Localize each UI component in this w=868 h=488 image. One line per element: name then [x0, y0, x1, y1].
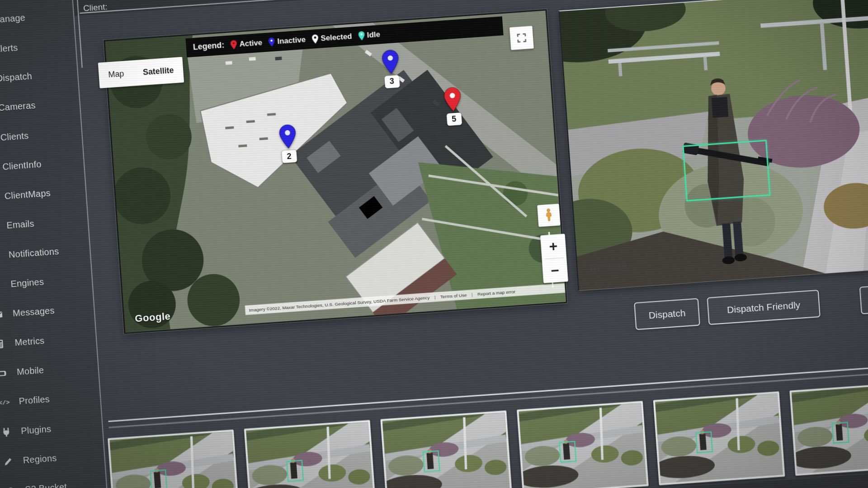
camera-pin-2[interactable]: 2 — [278, 124, 298, 163]
sidebar-item-label: Dispatch — [0, 71, 33, 84]
sidebar-item-label: Metrics — [14, 336, 45, 348]
dispatch-button[interactable]: Dispatch — [634, 298, 700, 330]
thumbnail-detection-box — [559, 441, 576, 463]
pin-number-label: 3 — [384, 75, 400, 89]
detection-thumbnail[interactable] — [653, 391, 785, 485]
camera-pin-5[interactable]: 5 — [443, 86, 463, 126]
sidebar: Manage Alerts Dispatch Cameras Clients i… — [0, 0, 112, 488]
zoom-in-button[interactable]: + — [540, 234, 566, 259]
sidebar-item-label: Plugins — [21, 424, 52, 436]
sidebar-item-label: S3 Bucket — [25, 482, 67, 488]
detection-filmstrip — [108, 369, 868, 488]
sidebar-item-label: Regions — [23, 453, 57, 465]
code-icon: </> — [0, 397, 10, 409]
calculator-icon — [0, 338, 6, 350]
blue-pin-icon — [381, 49, 400, 75]
inactive-pin-icon — [268, 37, 275, 47]
tilted-screen-wrapper: Manage Alerts Dispatch Cameras Clients i… — [0, 0, 868, 488]
idle-pin-icon — [358, 31, 365, 41]
camera-feed-panel: RP 2019 — [558, 0, 868, 291]
pin-number-label: 2 — [281, 150, 297, 163]
detection-thumbnail[interactable] — [789, 382, 868, 476]
report-map-error-link[interactable]: Report a map error — [477, 289, 516, 296]
legend-label: Selected — [321, 32, 352, 43]
layers-icon — [0, 279, 2, 291]
thumbnail-detection-box — [150, 469, 167, 488]
content-left-border — [77, 0, 83, 68]
pencil-icon — [2, 455, 14, 468]
detection-thumbnail[interactable] — [380, 410, 512, 488]
thumbnail-bush — [757, 440, 780, 457]
sidebar-item-label: Engines — [10, 277, 44, 290]
sidebar-item-label: Profiles — [19, 394, 50, 407]
legend-item-idle: Idle — [358, 30, 380, 41]
red-pin-icon — [443, 86, 462, 112]
terms-of-use-link[interactable]: Terms of Use — [440, 292, 467, 300]
legend-label: Idle — [367, 30, 380, 40]
sidebar-item-label: ClientInfo — [2, 159, 42, 172]
map-panel[interactable]: Map Satellite Legend: Active Inactive Se… — [104, 9, 567, 334]
fullscreen-icon — [516, 33, 528, 44]
thumbnail-detection-box — [286, 460, 304, 482]
legend-label: Active — [239, 38, 263, 48]
legend-title: Legend: — [193, 41, 225, 52]
thumbnail-bush — [212, 478, 235, 488]
blue-pin-icon — [278, 124, 297, 150]
pin-number-label: 5 — [446, 113, 462, 126]
sidebar-item-label: Cameras — [0, 100, 36, 113]
selected-pin-icon — [311, 34, 319, 44]
envelope-icon — [0, 309, 4, 321]
sidebar-item-label: Manage — [0, 13, 26, 25]
map-fullscreen-button[interactable] — [509, 26, 534, 50]
thumbnail-detection-box — [695, 432, 713, 454]
map-type-map-button[interactable]: Map — [99, 68, 134, 80]
dispatch-friendly-button[interactable]: Dispatch Friendly — [707, 290, 820, 325]
zoom-out-button[interactable]: − — [542, 258, 568, 283]
plug-icon — [0, 426, 12, 438]
thumbnail-detection-box — [832, 422, 849, 444]
legend-item-inactive: Inactive — [268, 35, 306, 47]
header-divider — [80, 0, 473, 14]
sidebar-item-label: Clients — [0, 131, 29, 143]
sidebar-item-label: Notifications — [8, 246, 59, 260]
camera-pin-3[interactable]: 3 — [381, 49, 401, 88]
legend-label: Inactive — [277, 35, 306, 46]
app-window: Manage Alerts Dispatch Cameras Clients i… — [0, 0, 868, 488]
sidebar-item-label: Mobile — [16, 365, 44, 377]
thumbnail-mulch — [789, 445, 852, 471]
street-view-pegman-button[interactable] — [537, 204, 561, 227]
detection-thumbnail[interactable] — [517, 401, 649, 488]
thumbnail-mulch — [653, 454, 716, 480]
mobile-phone-icon — [0, 367, 8, 380]
pegman-icon — [543, 208, 554, 223]
sidebar-nav: Manage Alerts Dispatch Cameras Clients i… — [0, 0, 107, 488]
attribution-separator: | — [472, 292, 473, 297]
thumbnail-mulch — [517, 464, 579, 488]
detection-thumbnail[interactable] — [244, 420, 376, 488]
map-zoom-control: + − — [540, 234, 568, 283]
thumbnail-bush — [484, 459, 507, 476]
thumbnail-bush — [348, 469, 371, 485]
thumbnail-bush — [621, 450, 644, 466]
sidebar-item-label: Messages — [12, 305, 55, 319]
attribution-separator: | — [434, 294, 435, 300]
sidebar-item-label: Emails — [6, 219, 35, 231]
active-pin-icon — [230, 40, 237, 50]
detection-bounding-box — [682, 140, 770, 202]
detection-thumbnail[interactable] — [108, 430, 240, 488]
sidebar-item-label: ClientMaps — [4, 188, 51, 202]
false-positive-button[interactable]: False — [859, 280, 868, 314]
legend-item-selected: Selected — [311, 32, 352, 44]
thumbnail-detection-box — [423, 450, 440, 473]
cloud-icon — [5, 485, 17, 488]
sidebar-item-label: Alerts — [0, 43, 18, 55]
legend-item-active: Active — [230, 38, 263, 50]
map-type-satellite-button[interactable]: Satellite — [133, 65, 184, 78]
